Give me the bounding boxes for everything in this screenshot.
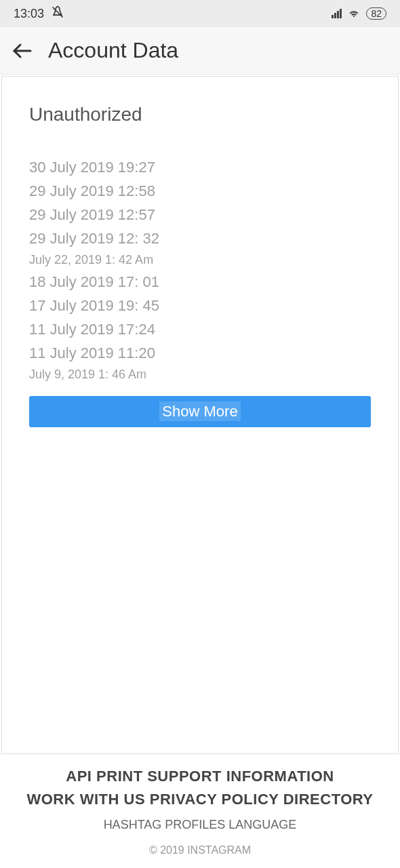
entry-item: 11 July 2019 11:20 — [29, 342, 371, 364]
entry-item: 29 July 2019 12:57 — [29, 203, 371, 226]
entry-item: July 22, 2019 1: 42 Am — [29, 251, 371, 269]
content-card: Unauthorized 30 July 2019 19:2729 July 2… — [1, 76, 399, 754]
entry-item: 18 July 2019 17: 01 — [29, 271, 371, 293]
status-right: 82 — [332, 6, 386, 22]
mute-icon — [51, 5, 64, 22]
footer-links-row-3[interactable]: HASHTAG PROFILES LANGUAGE — [7, 818, 393, 832]
status-bar: 13:03 82 — [0, 0, 400, 27]
status-time: 13:03 — [14, 7, 44, 21]
copyright: © 2019 INSTAGRAM — [7, 844, 393, 856]
entry-item: 30 July 2019 19:27 — [29, 156, 371, 178]
show-more-label: Show More — [159, 401, 240, 421]
footer-links-row-2[interactable]: WORK WITH US PRIVACY POLICY DIRECTORY — [7, 791, 393, 808]
entry-item: 11 July 2019 17:24 — [29, 318, 371, 340]
status-left: 13:03 — [14, 5, 64, 22]
entry-item: 29 July 2019 12: 32 — [29, 227, 371, 250]
footer-links-row-1[interactable]: API PRINT SUPPORT INFORMATION — [7, 768, 393, 785]
battery-indicator: 82 — [366, 7, 386, 20]
svg-line-0 — [53, 7, 63, 17]
app-header: Account Data — [0, 27, 400, 75]
back-button[interactable] — [10, 39, 35, 63]
entry-item: July 9, 2019 1: 46 Am — [29, 366, 371, 384]
signal-icon — [332, 9, 342, 18]
entry-item: 29 July 2019 12:58 — [29, 180, 371, 202]
entry-item: 17 July 2019 19: 45 — [29, 294, 371, 317]
entries-list: 30 July 2019 19:2729 July 2019 12:5829 J… — [29, 156, 371, 384]
show-more-button[interactable]: Show More — [29, 396, 371, 427]
section-title: Unauthorized — [29, 104, 371, 125]
page-title: Account Data — [48, 38, 178, 63]
footer: API PRINT SUPPORT INFORMATION WORK WITH … — [0, 754, 400, 868]
wifi-icon — [347, 6, 361, 22]
